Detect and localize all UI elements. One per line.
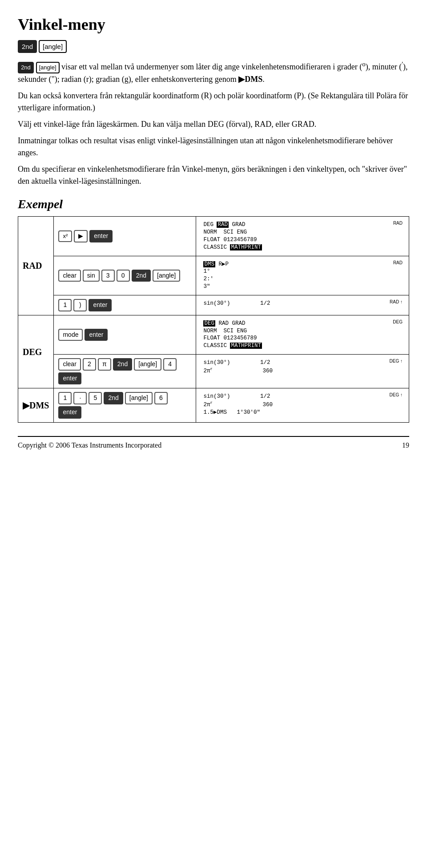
screen-rad-1: RAD DEG RAD GRAD NORM SCI ENG FLOAT 0123… — [196, 217, 409, 256]
keys-rad-3: 1 ) enter — [54, 295, 196, 315]
keys-rad-1: x² ▶ enter — [54, 217, 196, 256]
key-angle: [angle] — [39, 40, 67, 53]
badge-rad-1: RAD — [393, 220, 403, 226]
key-clear-1[interactable]: clear — [58, 270, 81, 282]
para4-text: Om du specifierar en vinkelenhetsmodifie… — [18, 163, 409, 187]
intro-text: 2nd [angle] visar ett val mellan två und… — [18, 59, 409, 85]
table-row-deg-1: DEG mode enter DEG DEG RAD GRAD NORM SCI… — [18, 315, 409, 355]
key-2nd: 2nd — [18, 40, 37, 53]
screen-deg-1: DEG DEG RAD GRAD NORM SCI ENG FLOAT 0123… — [196, 315, 409, 355]
key-2nd-1[interactable]: 2nd — [132, 270, 151, 282]
key-enter-5[interactable]: enter — [58, 406, 81, 419]
label-deg: DEG — [18, 315, 54, 388]
key-mode[interactable]: mode — [58, 329, 83, 341]
key-right-arrow[interactable]: ▶ — [74, 230, 88, 242]
inline-key-2nd: 2nd — [18, 62, 34, 73]
inline-key-angle: [angle] — [36, 62, 60, 73]
screen-deg-2: DEG ↑ sin(30°) 1/2 2πr 360 — [196, 355, 409, 388]
keys-rad-2: clear sin 3 0 2nd [angle] — [54, 256, 196, 295]
badge-dms: DEG ↑ — [390, 392, 403, 398]
screen-content-rad-2: DMS R▶P 1° 2:' 3" — [201, 259, 404, 293]
key-dot[interactable]: · — [73, 392, 87, 404]
key-angle-3[interactable]: [angle] — [125, 392, 153, 404]
badge-rad-3: RAD ↑ — [390, 299, 403, 305]
badge-rad-2: RAD — [393, 260, 403, 266]
badge-deg-1: DEG — [393, 319, 403, 325]
key-2nd-3[interactable]: 2nd — [104, 392, 123, 404]
footer: Copyright © 2006 Texas Instruments Incor… — [18, 436, 409, 450]
key-x2[interactable]: x² — [58, 230, 72, 242]
screen-content-rad-1: DEG RAD GRAD NORM SCI ENG FLOAT 01234567… — [201, 219, 404, 253]
label-rad: RAD — [18, 217, 54, 315]
key-2[interactable]: 2 — [83, 358, 96, 371]
key-1-dms[interactable]: 1 — [58, 392, 72, 404]
keys-dms: 1 · 5 2nd [angle] 6 enter — [54, 388, 196, 422]
badge-deg-2: DEG ↑ — [390, 358, 403, 364]
page-title: Vinkel-meny — [18, 13, 409, 36]
screen-content-dms: sin(30°) 1/2 2πr 360 1.5▶DMS 1°30'0" — [201, 391, 404, 418]
key-enter-4[interactable]: enter — [58, 372, 81, 385]
para2-text: Välj ett vinkel-läge från lägeskärmen. D… — [18, 118, 409, 130]
key-angle-1[interactable]: [angle] — [153, 270, 180, 282]
screen-content-deg-1: DEG RAD GRAD NORM SCI ENG FLOAT 01234567… — [201, 318, 404, 352]
example-table: RAD x² ▶ enter RAD DEG RAD GRAD NORM SCI… — [18, 216, 409, 422]
key-4[interactable]: 4 — [163, 358, 177, 371]
example-title: Exempel — [18, 195, 409, 213]
keys-deg-2: clear 2 π 2nd [angle] 4 enter — [54, 355, 196, 388]
key-0[interactable]: 0 — [117, 270, 130, 282]
para3-text: Inmatningar tolkas och resultat visas en… — [18, 135, 409, 159]
key-enter-2[interactable]: enter — [89, 299, 112, 311]
screen-content-rad-3: sin(30°) 1/2 — [201, 298, 404, 309]
key-6[interactable]: 6 — [154, 392, 168, 404]
table-row-rad-3: 1 ) enter RAD ↑ sin(30°) 1/2 — [18, 295, 409, 315]
key-2nd-2[interactable]: 2nd — [113, 358, 132, 371]
label-dms: ▶DMS — [18, 388, 54, 422]
table-row-dms: ▶DMS 1 · 5 2nd [angle] 6 enter DEG ↑ sin… — [18, 388, 409, 422]
table-row-rad-2: clear sin 3 0 2nd [angle] RAD DMS R▶P 1°… — [18, 256, 409, 295]
key-pi[interactable]: π — [98, 358, 111, 371]
screen-content-deg-2: sin(30°) 1/2 2πr 360 — [201, 357, 404, 377]
key-clear-2[interactable]: clear — [58, 358, 81, 371]
para1-text: Du kan också konvertera från rektangulär… — [18, 90, 409, 114]
key-enter-1[interactable]: enter — [89, 230, 113, 242]
key-angle-2[interactable]: [angle] — [134, 358, 161, 371]
table-row-deg-2: clear 2 π 2nd [angle] 4 enter DEG ↑ sin(… — [18, 355, 409, 388]
screen-dms: DEG ↑ sin(30°) 1/2 2πr 360 1.5▶DMS 1°30'… — [196, 388, 409, 422]
table-row-rad-1: RAD x² ▶ enter RAD DEG RAD GRAD NORM SCI… — [18, 217, 409, 256]
key-rparen[interactable]: ) — [73, 299, 87, 311]
subtitle-keys: 2nd [angle] — [18, 40, 409, 53]
page-number: 19 — [402, 440, 409, 450]
screen-rad-2: RAD DMS R▶P 1° 2:' 3" — [196, 256, 409, 295]
key-1[interactable]: 1 — [58, 299, 72, 311]
keys-deg-1: mode enter — [54, 315, 196, 355]
key-enter-3[interactable]: enter — [85, 329, 108, 341]
screen-rad-3: RAD ↑ sin(30°) 1/2 — [196, 295, 409, 315]
copyright-text: Copyright © 2006 Texas Instruments Incor… — [18, 440, 161, 450]
key-3[interactable]: 3 — [101, 270, 115, 282]
key-sin[interactable]: sin — [83, 270, 100, 282]
key-5[interactable]: 5 — [89, 392, 102, 404]
